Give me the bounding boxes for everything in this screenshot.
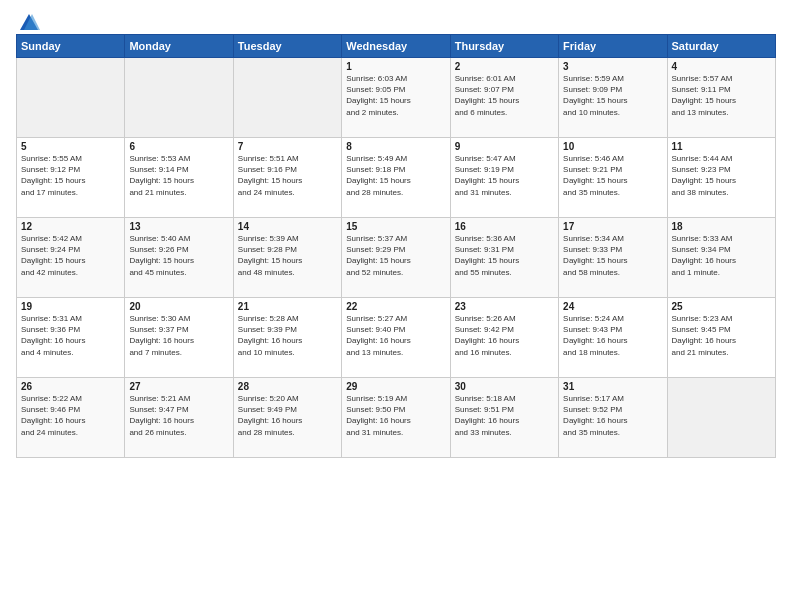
week-row-5: 26Sunrise: 5:22 AM Sunset: 9:46 PM Dayli… <box>17 378 776 458</box>
day-info: Sunrise: 6:03 AM Sunset: 9:05 PM Dayligh… <box>346 73 445 118</box>
day-info: Sunrise: 5:49 AM Sunset: 9:18 PM Dayligh… <box>346 153 445 198</box>
day-cell-7: 7Sunrise: 5:51 AM Sunset: 9:16 PM Daylig… <box>233 138 341 218</box>
day-info: Sunrise: 5:24 AM Sunset: 9:43 PM Dayligh… <box>563 313 662 358</box>
day-cell-23: 23Sunrise: 5:26 AM Sunset: 9:42 PM Dayli… <box>450 298 558 378</box>
day-number: 20 <box>129 301 228 312</box>
week-row-2: 5Sunrise: 5:55 AM Sunset: 9:12 PM Daylig… <box>17 138 776 218</box>
day-info: Sunrise: 5:28 AM Sunset: 9:39 PM Dayligh… <box>238 313 337 358</box>
day-number: 25 <box>672 301 771 312</box>
day-number: 11 <box>672 141 771 152</box>
day-cell-25: 25Sunrise: 5:23 AM Sunset: 9:45 PM Dayli… <box>667 298 775 378</box>
day-cell-21: 21Sunrise: 5:28 AM Sunset: 9:39 PM Dayli… <box>233 298 341 378</box>
day-info: Sunrise: 5:59 AM Sunset: 9:09 PM Dayligh… <box>563 73 662 118</box>
header <box>16 12 776 30</box>
day-cell-27: 27Sunrise: 5:21 AM Sunset: 9:47 PM Dayli… <box>125 378 233 458</box>
day-number: 24 <box>563 301 662 312</box>
logo <box>16 12 40 30</box>
day-info: Sunrise: 5:55 AM Sunset: 9:12 PM Dayligh… <box>21 153 120 198</box>
day-cell-17: 17Sunrise: 5:34 AM Sunset: 9:33 PM Dayli… <box>559 218 667 298</box>
day-cell-22: 22Sunrise: 5:27 AM Sunset: 9:40 PM Dayli… <box>342 298 450 378</box>
day-header-thursday: Thursday <box>450 35 558 58</box>
logo-icon <box>18 12 40 34</box>
day-info: Sunrise: 5:20 AM Sunset: 9:49 PM Dayligh… <box>238 393 337 438</box>
day-number: 19 <box>21 301 120 312</box>
day-cell-4: 4Sunrise: 5:57 AM Sunset: 9:11 PM Daylig… <box>667 58 775 138</box>
week-row-4: 19Sunrise: 5:31 AM Sunset: 9:36 PM Dayli… <box>17 298 776 378</box>
day-number: 30 <box>455 381 554 392</box>
day-info: Sunrise: 5:44 AM Sunset: 9:23 PM Dayligh… <box>672 153 771 198</box>
day-info: Sunrise: 5:27 AM Sunset: 9:40 PM Dayligh… <box>346 313 445 358</box>
day-cell-20: 20Sunrise: 5:30 AM Sunset: 9:37 PM Dayli… <box>125 298 233 378</box>
day-number: 17 <box>563 221 662 232</box>
day-cell-12: 12Sunrise: 5:42 AM Sunset: 9:24 PM Dayli… <box>17 218 125 298</box>
day-cell-10: 10Sunrise: 5:46 AM Sunset: 9:21 PM Dayli… <box>559 138 667 218</box>
day-info: Sunrise: 5:34 AM Sunset: 9:33 PM Dayligh… <box>563 233 662 278</box>
day-number: 6 <box>129 141 228 152</box>
day-info: Sunrise: 5:47 AM Sunset: 9:19 PM Dayligh… <box>455 153 554 198</box>
day-number: 4 <box>672 61 771 72</box>
calendar-table: SundayMondayTuesdayWednesdayThursdayFrid… <box>16 34 776 458</box>
day-info: Sunrise: 5:46 AM Sunset: 9:21 PM Dayligh… <box>563 153 662 198</box>
day-number: 18 <box>672 221 771 232</box>
day-number: 5 <box>21 141 120 152</box>
day-cell-28: 28Sunrise: 5:20 AM Sunset: 9:49 PM Dayli… <box>233 378 341 458</box>
day-cell-15: 15Sunrise: 5:37 AM Sunset: 9:29 PM Dayli… <box>342 218 450 298</box>
day-info: Sunrise: 5:42 AM Sunset: 9:24 PM Dayligh… <box>21 233 120 278</box>
day-info: Sunrise: 5:23 AM Sunset: 9:45 PM Dayligh… <box>672 313 771 358</box>
day-cell-24: 24Sunrise: 5:24 AM Sunset: 9:43 PM Dayli… <box>559 298 667 378</box>
week-row-1: 1Sunrise: 6:03 AM Sunset: 9:05 PM Daylig… <box>17 58 776 138</box>
day-cell-8: 8Sunrise: 5:49 AM Sunset: 9:18 PM Daylig… <box>342 138 450 218</box>
day-cell-18: 18Sunrise: 5:33 AM Sunset: 9:34 PM Dayli… <box>667 218 775 298</box>
day-number: 23 <box>455 301 554 312</box>
day-info: Sunrise: 5:40 AM Sunset: 9:26 PM Dayligh… <box>129 233 228 278</box>
day-number: 15 <box>346 221 445 232</box>
day-number: 21 <box>238 301 337 312</box>
day-number: 1 <box>346 61 445 72</box>
day-info: Sunrise: 5:26 AM Sunset: 9:42 PM Dayligh… <box>455 313 554 358</box>
day-cell-13: 13Sunrise: 5:40 AM Sunset: 9:26 PM Dayli… <box>125 218 233 298</box>
day-cell-30: 30Sunrise: 5:18 AM Sunset: 9:51 PM Dayli… <box>450 378 558 458</box>
day-header-saturday: Saturday <box>667 35 775 58</box>
day-cell-14: 14Sunrise: 5:39 AM Sunset: 9:28 PM Dayli… <box>233 218 341 298</box>
day-number: 29 <box>346 381 445 392</box>
day-info: Sunrise: 5:33 AM Sunset: 9:34 PM Dayligh… <box>672 233 771 278</box>
day-number: 10 <box>563 141 662 152</box>
day-cell-31: 31Sunrise: 5:17 AM Sunset: 9:52 PM Dayli… <box>559 378 667 458</box>
day-info: Sunrise: 5:21 AM Sunset: 9:47 PM Dayligh… <box>129 393 228 438</box>
day-info: Sunrise: 5:17 AM Sunset: 9:52 PM Dayligh… <box>563 393 662 438</box>
day-number: 9 <box>455 141 554 152</box>
day-cell-5: 5Sunrise: 5:55 AM Sunset: 9:12 PM Daylig… <box>17 138 125 218</box>
day-info: Sunrise: 5:19 AM Sunset: 9:50 PM Dayligh… <box>346 393 445 438</box>
day-cell-3: 3Sunrise: 5:59 AM Sunset: 9:09 PM Daylig… <box>559 58 667 138</box>
day-cell-11: 11Sunrise: 5:44 AM Sunset: 9:23 PM Dayli… <box>667 138 775 218</box>
day-header-friday: Friday <box>559 35 667 58</box>
day-cell-2: 2Sunrise: 6:01 AM Sunset: 9:07 PM Daylig… <box>450 58 558 138</box>
day-info: Sunrise: 5:31 AM Sunset: 9:36 PM Dayligh… <box>21 313 120 358</box>
day-number: 13 <box>129 221 228 232</box>
day-number: 22 <box>346 301 445 312</box>
day-number: 14 <box>238 221 337 232</box>
day-cell-26: 26Sunrise: 5:22 AM Sunset: 9:46 PM Dayli… <box>17 378 125 458</box>
day-header-tuesday: Tuesday <box>233 35 341 58</box>
day-number: 8 <box>346 141 445 152</box>
day-header-wednesday: Wednesday <box>342 35 450 58</box>
day-info: Sunrise: 5:53 AM Sunset: 9:14 PM Dayligh… <box>129 153 228 198</box>
empty-cell <box>233 58 341 138</box>
day-header-monday: Monday <box>125 35 233 58</box>
day-info: Sunrise: 5:30 AM Sunset: 9:37 PM Dayligh… <box>129 313 228 358</box>
day-header-sunday: Sunday <box>17 35 125 58</box>
main-container: SundayMondayTuesdayWednesdayThursdayFrid… <box>0 0 792 466</box>
day-number: 16 <box>455 221 554 232</box>
day-number: 27 <box>129 381 228 392</box>
day-number: 12 <box>21 221 120 232</box>
day-headers: SundayMondayTuesdayWednesdayThursdayFrid… <box>17 35 776 58</box>
empty-cell <box>17 58 125 138</box>
day-info: Sunrise: 5:51 AM Sunset: 9:16 PM Dayligh… <box>238 153 337 198</box>
day-info: Sunrise: 5:36 AM Sunset: 9:31 PM Dayligh… <box>455 233 554 278</box>
day-cell-16: 16Sunrise: 5:36 AM Sunset: 9:31 PM Dayli… <box>450 218 558 298</box>
day-info: Sunrise: 5:18 AM Sunset: 9:51 PM Dayligh… <box>455 393 554 438</box>
day-info: Sunrise: 5:39 AM Sunset: 9:28 PM Dayligh… <box>238 233 337 278</box>
day-info: Sunrise: 5:57 AM Sunset: 9:11 PM Dayligh… <box>672 73 771 118</box>
empty-cell <box>125 58 233 138</box>
day-cell-19: 19Sunrise: 5:31 AM Sunset: 9:36 PM Dayli… <box>17 298 125 378</box>
